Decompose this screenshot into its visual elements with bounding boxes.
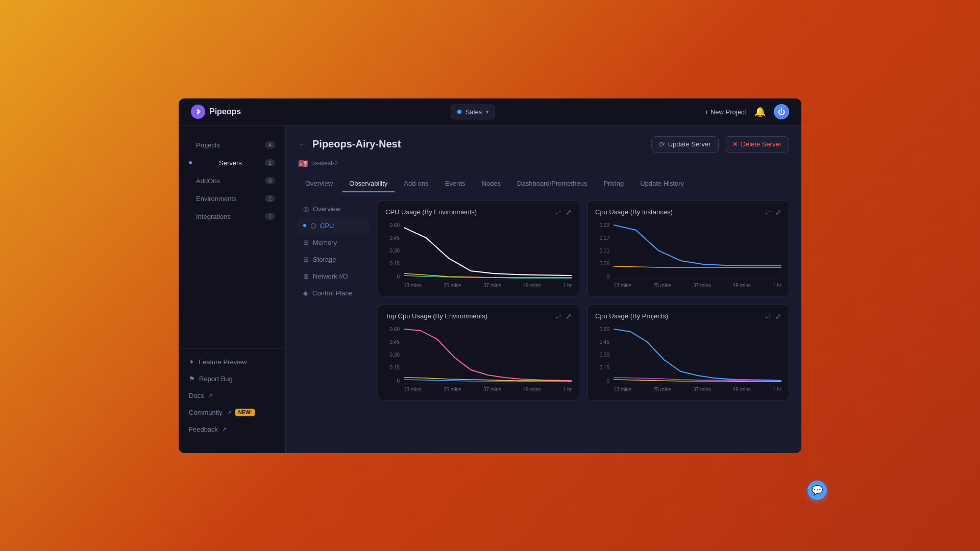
sidebar-item-feedback[interactable]: Feedback ↗ — [179, 421, 285, 438]
sidebar-item-docs[interactable]: Docs ↗ — [179, 387, 285, 404]
chart-expand-icon-3[interactable]: ⤢ — [566, 312, 572, 320]
obs-cpu-label: CPU — [320, 222, 334, 230]
docs-label: Docs — [189, 392, 204, 399]
delete-server-icon: ✕ — [732, 140, 738, 148]
chart-cpu-env-title: CPU Usage (By Environments) — [385, 208, 477, 216]
chart-cpu-inst-plot: 13 mins 25 mins 37 mins 49 mins 1 hr — [614, 222, 781, 289]
report-bug-label: Report Bug — [199, 375, 233, 383]
tab-nodes[interactable]: Nodes — [475, 176, 508, 192]
obs-item-storage[interactable]: ⊟ Storage — [298, 251, 370, 268]
community-new-badge: NEW! — [235, 409, 255, 416]
tab-pricing[interactable]: Pricing — [596, 176, 631, 192]
chart-top-cpu-env-body: 0.60 0.45 0.30 0.15 0 — [385, 327, 572, 393]
charts-row-1: CPU Usage (By Environments) ⇌ ⤢ 0.60 0.4… — [378, 201, 789, 296]
obs-item-cpu[interactable]: ⬡ CPU — [298, 217, 370, 234]
sidebar-item-report-bug[interactable]: ⚑ Report Bug — [179, 370, 285, 387]
obs-sidebar: ◎ Overview ⬡ CPU ⊞ Memory ⊟ Storage — [298, 201, 370, 409]
chart-top-cpu-env-svg — [404, 327, 572, 384]
obs-storage-label: Storage — [313, 256, 336, 263]
obs-network-label: Network I/O — [313, 272, 348, 280]
sidebar-item-feature-preview[interactable]: ✦ Feature Preview — [179, 354, 285, 370]
charts-row-2: Top Cpu Usage (By Environments) ⇌ ⤢ 0.60… — [378, 305, 789, 400]
chart-cpu-env-svg — [404, 222, 572, 280]
chart-top-cpu-env-header: Top Cpu Usage (By Environments) ⇌ ⤢ — [385, 312, 572, 320]
sidebar-item-servers[interactable]: Servers 1 — [179, 154, 285, 172]
obs-item-overview[interactable]: ◎ Overview — [298, 201, 370, 217]
chart-cpu-inst-x-axis: 13 mins 25 mins 37 mins 49 mins 1 hr — [614, 283, 781, 288]
obs-control-plane-icon: ◈ — [303, 289, 308, 297]
chart-cpu-inst-header: Cpu Usage (By Instances) ⇌ ⤢ — [595, 208, 781, 216]
feedback-label: Feedback — [189, 425, 218, 433]
charts-area: CPU Usage (By Environments) ⇌ ⤢ 0.60 0.4… — [378, 201, 789, 409]
chart-expand-icon[interactable]: ⤢ — [566, 208, 572, 216]
docs-external-icon: ↗ — [208, 392, 213, 399]
avatar[interactable]: ⏻ — [774, 104, 789, 119]
feature-preview-icon: ✦ — [189, 358, 194, 366]
sidebar-badge-addons: 0 — [265, 177, 275, 184]
obs-item-memory[interactable]: ⊞ Memory — [298, 234, 370, 251]
logo-text: Pipeops — [209, 107, 241, 116]
sidebar-item-addons[interactable]: AddOns 0 — [179, 172, 285, 190]
page-header: ← Pipeops-Airy-Nest ⟳ Update Server ✕ De… — [298, 136, 789, 153]
sidebar-label-servers: Servers — [219, 159, 242, 167]
sidebar-label-environments: Environments — [196, 195, 236, 203]
sidebar-badge-environments: 2 — [265, 195, 275, 202]
chart-cpu-by-projects: Cpu Usage (By Projects) ⇌ ⤢ 0.60 0.45 — [587, 305, 789, 400]
community-label: Community — [189, 409, 223, 416]
sidebar-item-projects[interactable]: Projects 4 — [179, 136, 285, 154]
obs-cpu-active-dot — [303, 224, 306, 227]
sidebar-item-environments[interactable]: Environments 2 — [179, 190, 285, 208]
chart-top-cpu-env-plot: 13 mins 25 mins 37 mins 49 mins 1 hr — [404, 327, 572, 393]
tab-addons[interactable]: Add-ons — [397, 176, 435, 192]
chart-cpu-env-body: 0.60 0.45 0.30 0.15 0 — [385, 222, 572, 289]
chart-top-cpu-env-x-axis: 13 mins 25 mins 37 mins 49 mins 1 hr — [404, 387, 572, 392]
chart-cpu-inst-controls: ⇌ ⤢ — [765, 208, 781, 216]
obs-network-icon: ⊠ — [303, 272, 309, 280]
chart-cpu-by-env: CPU Usage (By Environments) ⇌ ⤢ 0.60 0.4… — [378, 201, 579, 296]
chart-cpu-env-controls: ⇌ ⤢ — [555, 208, 572, 216]
sidebar-badge-projects: 4 — [265, 141, 275, 148]
header-actions: ⟳ Update Server ✕ Delete Server — [651, 136, 789, 153]
obs-item-control-plane[interactable]: ◈ Control Plane — [298, 285, 370, 302]
chart-cpu-proj-y-axis: 0.60 0.45 0.30 0.15 0 — [595, 327, 609, 393]
feedback-external-icon: ↗ — [222, 426, 227, 433]
chart-expand-icon-4[interactable]: ⤢ — [775, 312, 781, 320]
chart-cpu-proj-body: 0.60 0.45 0.30 0.15 0 — [595, 327, 781, 393]
obs-overview-label: Overview — [313, 205, 340, 213]
sidebar-item-integrations[interactable]: Integrations 1 — [179, 208, 285, 226]
chart-compare-icon-4[interactable]: ⇌ — [765, 312, 771, 320]
sidebar-nav: Projects 4 Servers 1 AddOns 0 Environmen… — [179, 136, 285, 348]
region-label: us-west-2 — [311, 160, 338, 167]
sidebar-item-community[interactable]: Community ↗ NEW! — [179, 404, 285, 421]
sidebar: Projects 4 Servers 1 AddOns 0 Environmen… — [179, 126, 286, 453]
main-layout: Projects 4 Servers 1 AddOns 0 Environmen… — [179, 126, 801, 453]
chart-cpu-proj-plot: 13 mins 25 mins 37 mins 49 mins 1 hr — [614, 327, 781, 393]
tab-observability[interactable]: Observability — [342, 176, 395, 192]
chart-cpu-proj-svg — [614, 327, 781, 384]
chart-cpu-by-instances: Cpu Usage (By Instances) ⇌ ⤢ 0.22 0.17 — [587, 201, 789, 296]
bell-icon[interactable]: 🔔 — [754, 106, 766, 117]
tab-overview[interactable]: Overview — [298, 176, 340, 192]
chart-compare-icon[interactable]: ⇌ — [555, 208, 561, 216]
back-button[interactable]: ← — [298, 139, 307, 149]
tab-events[interactable]: Events — [438, 176, 473, 192]
tabs: Overview Observability Add-ons Events No… — [298, 176, 789, 192]
chart-compare-icon-2[interactable]: ⇌ — [765, 208, 771, 216]
project-selector[interactable]: Sales ▾ — [451, 105, 496, 119]
chart-compare-icon-3[interactable]: ⇌ — [555, 312, 561, 320]
delete-server-button[interactable]: ✕ Delete Server — [725, 136, 789, 153]
delete-server-label: Delete Server — [741, 140, 781, 148]
update-server-button[interactable]: ⟳ Update Server — [651, 136, 719, 153]
new-project-button[interactable]: + New Project — [705, 108, 746, 116]
tab-dashboard[interactable]: Dashboard/Prometheus — [510, 176, 594, 192]
chart-cpu-proj-x-axis: 13 mins 25 mins 37 mins 49 mins 1 hr — [614, 387, 781, 392]
obs-storage-icon: ⊟ — [303, 256, 309, 263]
content-area: ← Pipeops-Airy-Nest ⟳ Update Server ✕ De… — [286, 126, 801, 453]
sidebar-bottom: ✦ Feature Preview ⚑ Report Bug Docs ↗ Co… — [179, 348, 285, 443]
tab-update-history[interactable]: Update History — [633, 176, 691, 192]
obs-item-network[interactable]: ⊠ Network I/O — [298, 268, 370, 285]
chart-cpu-proj-controls: ⇌ ⤢ — [765, 312, 781, 320]
chart-expand-icon-2[interactable]: ⤢ — [775, 208, 781, 216]
obs-memory-label: Memory — [313, 239, 337, 246]
sidebar-badge-servers: 1 — [265, 159, 275, 166]
